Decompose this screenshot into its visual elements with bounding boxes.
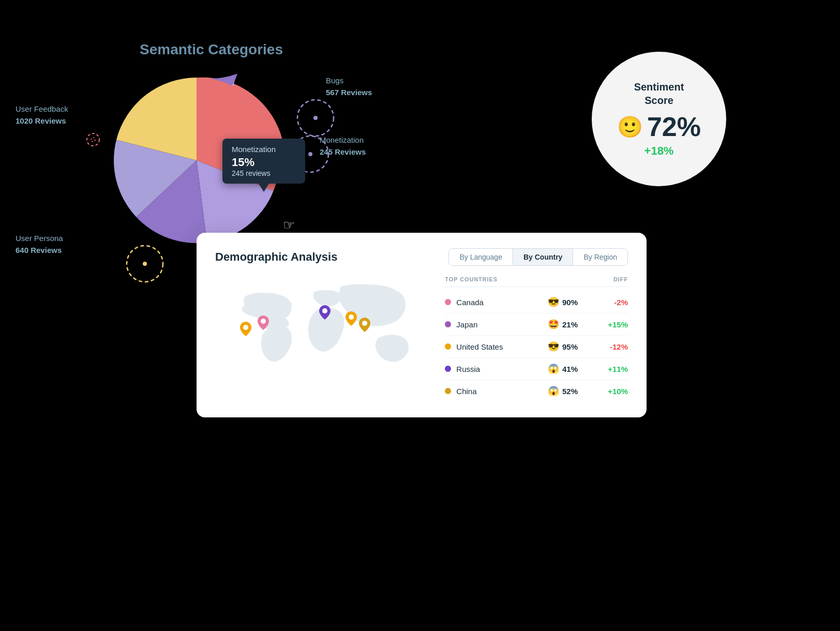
country-emoji: 😱 [548, 363, 559, 374]
country-name: Canada [456, 298, 484, 307]
sentiment-circle: Sentiment Score 🙂 72% +18% [592, 52, 726, 186]
country-table-layout: TOP COUNTRIES DIFF Canada 😎 90% -2% Japa… [215, 276, 628, 402]
country-pct: 41% [562, 365, 578, 373]
svg-point-8 [261, 319, 266, 324]
svg-point-10 [322, 308, 327, 313]
country-row: Canada 😎 90% -2% [445, 291, 628, 313]
svg-point-11 [349, 314, 354, 320]
svg-point-0 [297, 100, 334, 136]
svg-point-12 [362, 321, 367, 326]
svg-point-7 [143, 262, 147, 266]
country-diff: -12% [599, 342, 628, 351]
demo-header: Demographic Analysis By Language By Coun… [215, 248, 628, 266]
demo-card-title: Demographic Analysis [215, 250, 337, 264]
country-mid: 😱 52% [548, 385, 599, 397]
bugs-label: Bugs 567 Reviews [326, 75, 372, 98]
country-name: United States [456, 342, 503, 351]
map-pin-canada [258, 316, 269, 332]
country-left: China [445, 387, 548, 396]
country-dot [445, 321, 451, 327]
country-mid: 🤩 21% [548, 319, 599, 330]
tooltip-pointer [259, 184, 269, 192]
country-rows-container: Canada 😎 90% -2% Japan 🤩 21% +15% United… [445, 291, 628, 402]
country-pct: 21% [562, 320, 578, 329]
country-mid: 😎 95% [548, 341, 599, 352]
country-mid: 😱 41% [548, 363, 599, 374]
tab-by-region[interactable]: By Region [573, 249, 627, 265]
pie-tooltip: Monetization 15% 245 reviews [222, 139, 305, 184]
sentiment-score-row: 🙂 72% [617, 111, 701, 142]
country-name: Russia [456, 365, 480, 373]
country-pct: 52% [562, 387, 578, 396]
user-persona-label: User Persona 640 Reviews [16, 233, 63, 256]
country-dot [445, 388, 451, 394]
sentiment-pct: 72% [647, 111, 701, 142]
map-section [215, 276, 434, 402]
country-emoji: 😎 [548, 341, 559, 352]
svg-point-1 [313, 116, 318, 120]
monetization-label: Monetization 245 Reviews [320, 134, 366, 158]
country-dot [445, 343, 451, 350]
country-left: Canada [445, 298, 548, 307]
country-row: Russia 😱 41% +11% [445, 358, 628, 380]
country-row: Japan 🤩 21% +15% [445, 313, 628, 336]
tab-by-language[interactable]: By Language [449, 249, 513, 265]
country-pct: 95% [562, 342, 578, 351]
country-left: Japan [445, 320, 548, 329]
sentiment-diff: +18% [644, 144, 674, 158]
svg-point-4 [87, 133, 99, 146]
data-section: TOP COUNTRIES DIFF Canada 😎 90% -2% Japa… [434, 276, 628, 402]
country-diff: -2% [599, 298, 628, 307]
map-pin-usa [240, 322, 251, 338]
svg-point-5 [91, 138, 95, 142]
main-container: Semantic Categories Bugs 567 Reviews Mon… [0, 0, 840, 631]
map-pin-russia [319, 305, 331, 322]
svg-point-3 [308, 152, 312, 156]
svg-point-9 [243, 325, 248, 330]
sentiment-title: Sentiment Score [634, 80, 684, 107]
cursor-icon: ☞ [283, 217, 295, 233]
table-header: TOP COUNTRIES DIFF [445, 276, 628, 287]
sentiment-emoji: 🙂 [617, 115, 643, 139]
country-diff: +10% [599, 387, 628, 396]
country-dot [445, 366, 451, 372]
country-left: United States [445, 342, 548, 351]
country-diff: +11% [599, 365, 628, 373]
country-name: Japan [456, 320, 477, 329]
map-area [215, 276, 434, 380]
country-pct: 90% [562, 298, 578, 307]
user-feedback-label: User Feedback 1020 Reviews [16, 103, 68, 127]
country-emoji: 😎 [548, 296, 559, 308]
country-name: China [456, 387, 476, 396]
map-pin-china [346, 311, 357, 328]
semantic-title: Semantic Categories [140, 41, 283, 58]
country-row: United States 😎 95% -12% [445, 336, 628, 358]
country-left: Russia [445, 365, 548, 373]
country-diff: +15% [599, 320, 628, 329]
bugs-indicator-svg [295, 97, 336, 139]
country-row: China 😱 52% +10% [445, 380, 628, 402]
tab-by-country[interactable]: By Country [513, 249, 573, 265]
country-dot [445, 299, 451, 305]
country-emoji: 😱 [548, 385, 559, 397]
country-emoji: 🤩 [548, 319, 559, 330]
demographic-card: Demographic Analysis By Language By Coun… [197, 233, 647, 417]
country-mid: 😎 90% [548, 296, 599, 308]
map-pin-japan [359, 318, 370, 334]
tab-group: By Language By Country By Region [448, 248, 628, 266]
